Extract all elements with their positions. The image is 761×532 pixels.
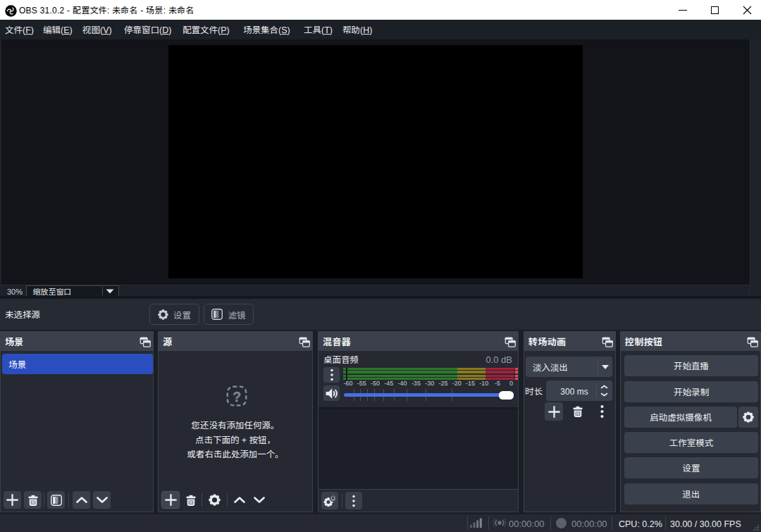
- svg-text:?: ?: [233, 389, 241, 404]
